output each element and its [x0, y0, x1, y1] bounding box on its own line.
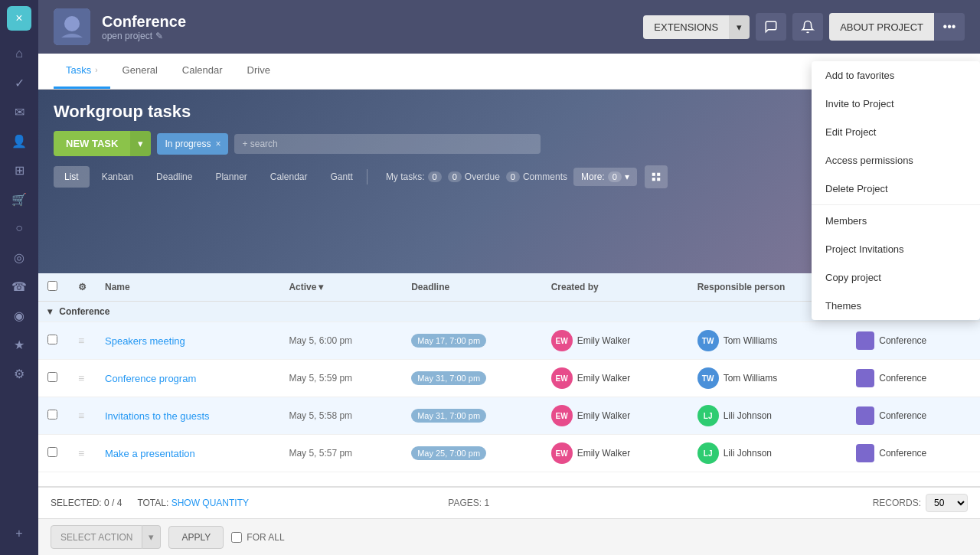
- row-drag-cell: ≡: [69, 435, 96, 472]
- for-all-label[interactable]: FOR ALL: [231, 532, 284, 543]
- comments-filter[interactable]: 0 Comments: [506, 171, 567, 182]
- table-footer: SELECTED: 0 / 4 TOTAL: SHOW QUANTITY PAG…: [38, 486, 980, 518]
- new-task-dropdown-button[interactable]: ▾: [130, 131, 151, 156]
- selected-info: SELECTED: 0 / 4: [51, 498, 122, 508]
- task-name-link-3[interactable]: Invitations to the guests: [105, 410, 210, 422]
- edit-icon[interactable]: ✎: [155, 31, 163, 41]
- overdue-filter[interactable]: 0 Overdue: [448, 171, 500, 182]
- new-task-button[interactable]: NEW TASK: [54, 131, 130, 156]
- row-checkbox-cell: [38, 435, 69, 472]
- chevron-down-icon: ▾: [625, 171, 629, 182]
- dropdown-delete-project[interactable]: Delete Project: [812, 175, 980, 203]
- more-filters-button[interactable]: More: 0 ▾: [573, 168, 637, 186]
- table-row: ≡ Conference program May 5, 5:59 pm May …: [38, 360, 980, 397]
- row-checkbox-3[interactable]: [47, 410, 57, 420]
- select-action-dropdown-button[interactable]: ▾: [142, 525, 161, 549]
- new-task-button-group: NEW TASK ▾: [54, 131, 151, 156]
- task-name-link-4[interactable]: Make a presentation: [105, 448, 195, 459]
- row-checkbox-4[interactable]: [47, 447, 57, 457]
- view-tab-list[interactable]: List: [54, 166, 90, 188]
- view-tab-planner[interactable]: Planner: [204, 166, 257, 188]
- created-avatar-1: EW: [551, 330, 573, 351]
- gear-settings-icon[interactable]: ⚙: [78, 282, 87, 292]
- row-created-cell-1: EW Emily Walker: [542, 322, 688, 360]
- dropdown-themes[interactable]: Themes: [812, 292, 980, 320]
- extensions-dropdown-button[interactable]: ▾: [729, 15, 750, 39]
- name-header: Name: [96, 273, 279, 302]
- view-tab-kanban[interactable]: Kanban: [91, 166, 144, 188]
- tab-drive[interactable]: Drive: [235, 54, 283, 89]
- row-checkbox-cell: [38, 322, 69, 360]
- tab-calendar[interactable]: Calendar: [170, 54, 235, 89]
- sidebar-clock-icon[interactable]: ○: [5, 214, 33, 242]
- drag-handle-4[interactable]: ≡: [78, 447, 84, 459]
- view-tab-gantt[interactable]: Gantt: [320, 166, 364, 188]
- sidebar-phone-icon[interactable]: ☎: [5, 273, 33, 300]
- filter-remove-button[interactable]: ×: [215, 139, 220, 149]
- search-input[interactable]: [242, 139, 533, 149]
- project-icon-1: [856, 331, 874, 350]
- dropdown-members[interactable]: Members: [812, 207, 980, 235]
- task-name-link-1[interactable]: Speakers meeting: [105, 335, 185, 347]
- view-tab-deadline[interactable]: Deadline: [145, 166, 203, 188]
- dropdown-access-permissions[interactable]: Access permissions: [812, 146, 980, 175]
- for-all-checkbox[interactable]: [231, 532, 242, 543]
- dropdown-copy-project[interactable]: Copy project: [812, 263, 980, 292]
- apply-button[interactable]: APPLY: [168, 526, 224, 549]
- row-checkbox-2[interactable]: [47, 372, 57, 382]
- tab-general[interactable]: General: [110, 54, 170, 89]
- row-checkbox-cell: [38, 397, 69, 435]
- responsible-avatar-2: TW: [697, 367, 719, 389]
- select-all-checkbox[interactable]: [47, 281, 57, 291]
- records-info: RECORDS: 50 100 200: [873, 494, 968, 512]
- extensions-button[interactable]: EXTENSIONS: [643, 15, 729, 39]
- sidebar-people-icon[interactable]: 👤: [5, 127, 33, 155]
- sidebar-plus-icon[interactable]: +: [5, 520, 33, 547]
- row-active-cell-4: May 5, 5:57 pm: [279, 435, 402, 472]
- sidebar-target-icon[interactable]: ◎: [5, 243, 33, 271]
- dropdown-add-favorites[interactable]: Add to favorites: [812, 61, 980, 90]
- row-project-cell-2: Conference: [847, 360, 980, 397]
- tab-tasks[interactable]: Tasks ›: [54, 54, 110, 89]
- sidebar-bubble-icon[interactable]: ◉: [5, 302, 33, 329]
- created-name-1: Emily Walker: [577, 335, 631, 346]
- sidebar-chat-icon[interactable]: ✉: [5, 98, 33, 126]
- active-sort-button[interactable]: Active ▾: [289, 282, 393, 292]
- sidebar-check-icon[interactable]: ✓: [5, 69, 33, 96]
- drag-handle-3[interactable]: ≡: [78, 410, 84, 422]
- view-tab-calendar[interactable]: Calendar: [260, 166, 318, 188]
- group-collapse-icon[interactable]: ▾: [47, 306, 52, 317]
- drag-handle-2[interactable]: ≡: [78, 372, 84, 384]
- about-project-button[interactable]: ABOUT PROJECT: [829, 13, 934, 41]
- task-name-link-2[interactable]: Conference program: [105, 373, 196, 384]
- my-tasks-filter[interactable]: My tasks: 0: [386, 171, 442, 182]
- show-quantity-link[interactable]: SHOW QUANTITY: [172, 498, 249, 508]
- row-checkbox-1[interactable]: [47, 335, 57, 344]
- row-drag-cell: ≡: [69, 397, 96, 435]
- select-action-button[interactable]: SELECT ACTION: [51, 525, 142, 549]
- svg-rect-5: [657, 173, 660, 176]
- project-name-3: Conference: [879, 410, 926, 421]
- sidebar-cart-icon[interactable]: 🛒: [5, 185, 33, 213]
- row-checkbox-cell: [38, 360, 69, 397]
- responsible-avatar-4: LJ: [697, 442, 719, 464]
- task-grid-view-button[interactable]: [645, 165, 668, 188]
- sidebar-star-icon[interactable]: ★: [5, 331, 33, 358]
- dropdown-invite-project[interactable]: Invite to Project: [812, 90, 980, 118]
- dropdown-edit-project[interactable]: Edit Project: [812, 118, 980, 146]
- sidebar-home-icon[interactable]: ⌂: [5, 40, 33, 67]
- close-button[interactable]: ×: [7, 6, 31, 31]
- sidebar-grid-icon[interactable]: ⊞: [5, 156, 33, 184]
- created-avatar-3: EW: [551, 405, 573, 426]
- notification-button[interactable]: [792, 13, 823, 41]
- message-button[interactable]: [756, 13, 786, 41]
- created-name-2: Emily Walker: [577, 373, 631, 384]
- drag-handle-1[interactable]: ≡: [78, 335, 84, 347]
- sidebar-gear-icon[interactable]: ⚙: [5, 360, 33, 387]
- responsible-avatar-3: LJ: [697, 405, 719, 426]
- row-active-cell-3: May 5, 5:58 pm: [279, 397, 402, 435]
- more-button[interactable]: •••: [934, 13, 965, 41]
- records-per-page-select[interactable]: 50 100 200: [926, 494, 968, 512]
- project-title: Conference: [102, 13, 632, 31]
- dropdown-project-invitations[interactable]: Project Invitations: [812, 235, 980, 263]
